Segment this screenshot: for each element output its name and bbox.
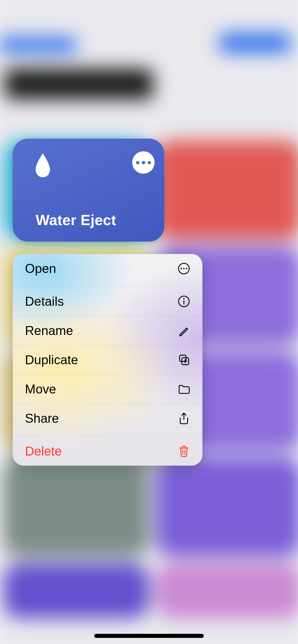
- bg-tile: [3, 563, 149, 618]
- shortcut-card-water-eject[interactable]: Water Eject: [13, 139, 164, 242]
- droplet-icon: [33, 153, 52, 178]
- menu-item-duplicate[interactable]: Duplicate: [13, 345, 202, 374]
- bg-tile: [156, 563, 298, 618]
- share-icon: [178, 412, 190, 425]
- svg-point-1: [181, 268, 182, 269]
- pencil-icon: [178, 324, 190, 337]
- menu-item-move[interactable]: Move: [13, 374, 202, 404]
- menu-item-label: Open: [25, 261, 56, 276]
- ellipsis-circle-icon: [178, 262, 190, 275]
- bg-tile: [156, 140, 298, 239]
- more-options-button[interactable]: [132, 151, 155, 174]
- menu-item-label: Delete: [25, 444, 62, 459]
- trash-icon: [178, 445, 190, 458]
- info-circle-icon: [178, 295, 190, 308]
- ellipsis-icon: [136, 161, 139, 164]
- menu-item-share[interactable]: Share: [13, 404, 202, 433]
- menu-item-label: Share: [25, 411, 59, 426]
- menu-item-delete[interactable]: Delete: [13, 436, 202, 466]
- menu-item-rename[interactable]: Rename: [13, 316, 202, 345]
- bg-tile: [156, 458, 298, 557]
- menu-item-label: Duplicate: [25, 353, 78, 367]
- bg-page-title: [5, 69, 153, 99]
- svg-point-5: [183, 298, 185, 299]
- home-indicator[interactable]: [94, 634, 204, 638]
- bg-tile: [3, 458, 149, 557]
- svg-point-2: [183, 268, 184, 269]
- context-menu: Open Details Rename Duplicate Mov: [13, 254, 202, 466]
- bg-nav-actions: [219, 33, 291, 53]
- ellipsis-icon: [148, 161, 151, 164]
- menu-item-open[interactable]: Open: [13, 254, 202, 283]
- ellipsis-icon: [142, 161, 145, 164]
- duplicate-icon: [178, 354, 190, 366]
- menu-item-label: Details: [25, 294, 64, 309]
- svg-point-3: [186, 268, 187, 269]
- folder-icon: [178, 383, 190, 396]
- menu-item-details[interactable]: Details: [13, 287, 202, 316]
- shortcut-title: Water Eject: [36, 211, 116, 228]
- menu-item-label: Move: [25, 382, 56, 397]
- menu-item-label: Rename: [25, 323, 73, 338]
- bg-nav-back: [0, 37, 76, 52]
